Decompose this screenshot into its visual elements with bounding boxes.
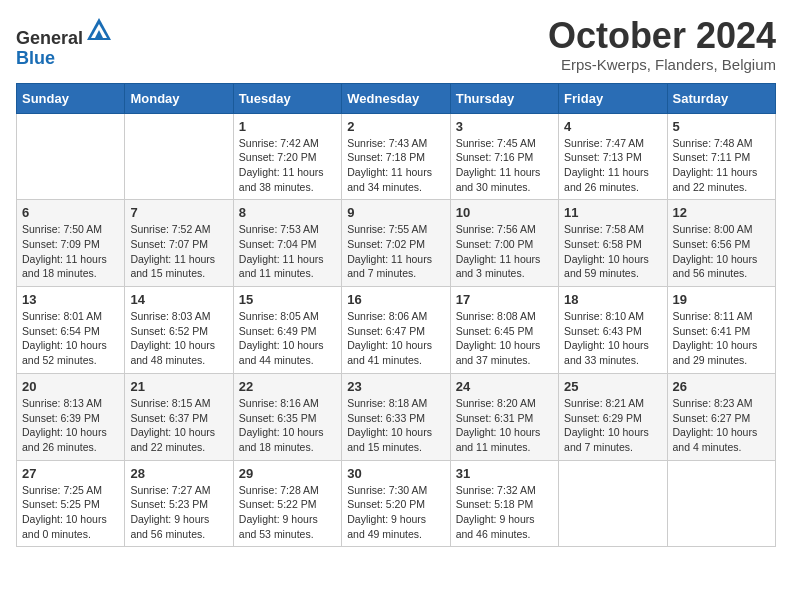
calendar-cell: 10Sunrise: 7:56 AMSunset: 7:00 PMDayligh…: [450, 200, 558, 287]
day-header-friday: Friday: [559, 83, 667, 113]
day-number: 27: [22, 466, 119, 481]
day-number: 4: [564, 119, 661, 134]
day-number: 19: [673, 292, 770, 307]
day-number: 23: [347, 379, 444, 394]
calendar-cell: 30Sunrise: 7:30 AMSunset: 5:20 PMDayligh…: [342, 460, 450, 547]
day-number: 22: [239, 379, 336, 394]
day-number: 11: [564, 205, 661, 220]
calendar-cell: 31Sunrise: 7:32 AMSunset: 5:18 PMDayligh…: [450, 460, 558, 547]
day-info: Sunrise: 7:30 AMSunset: 5:20 PMDaylight:…: [347, 483, 444, 542]
day-number: 15: [239, 292, 336, 307]
logo: General Blue: [16, 16, 113, 69]
day-number: 2: [347, 119, 444, 134]
header-row: SundayMondayTuesdayWednesdayThursdayFrid…: [17, 83, 776, 113]
day-number: 13: [22, 292, 119, 307]
day-info: Sunrise: 8:08 AMSunset: 6:45 PMDaylight:…: [456, 309, 553, 368]
day-number: 28: [130, 466, 227, 481]
calendar-cell: [559, 460, 667, 547]
day-number: 1: [239, 119, 336, 134]
day-info: Sunrise: 7:53 AMSunset: 7:04 PMDaylight:…: [239, 222, 336, 281]
day-info: Sunrise: 8:13 AMSunset: 6:39 PMDaylight:…: [22, 396, 119, 455]
calendar-cell: 19Sunrise: 8:11 AMSunset: 6:41 PMDayligh…: [667, 287, 775, 374]
calendar-cell: 26Sunrise: 8:23 AMSunset: 6:27 PMDayligh…: [667, 373, 775, 460]
day-header-wednesday: Wednesday: [342, 83, 450, 113]
calendar-cell: 4Sunrise: 7:47 AMSunset: 7:13 PMDaylight…: [559, 113, 667, 200]
calendar-cell: 29Sunrise: 7:28 AMSunset: 5:22 PMDayligh…: [233, 460, 341, 547]
day-info: Sunrise: 8:23 AMSunset: 6:27 PMDaylight:…: [673, 396, 770, 455]
week-row-4: 20Sunrise: 8:13 AMSunset: 6:39 PMDayligh…: [17, 373, 776, 460]
day-info: Sunrise: 7:58 AMSunset: 6:58 PMDaylight:…: [564, 222, 661, 281]
day-info: Sunrise: 7:42 AMSunset: 7:20 PMDaylight:…: [239, 136, 336, 195]
day-number: 20: [22, 379, 119, 394]
day-number: 10: [456, 205, 553, 220]
calendar-cell: 2Sunrise: 7:43 AMSunset: 7:18 PMDaylight…: [342, 113, 450, 200]
calendar-cell: 15Sunrise: 8:05 AMSunset: 6:49 PMDayligh…: [233, 287, 341, 374]
day-number: 21: [130, 379, 227, 394]
calendar-cell: 25Sunrise: 8:21 AMSunset: 6:29 PMDayligh…: [559, 373, 667, 460]
day-info: Sunrise: 7:50 AMSunset: 7:09 PMDaylight:…: [22, 222, 119, 281]
calendar-cell: 8Sunrise: 7:53 AMSunset: 7:04 PMDaylight…: [233, 200, 341, 287]
day-number: 29: [239, 466, 336, 481]
day-header-monday: Monday: [125, 83, 233, 113]
calendar-cell: [17, 113, 125, 200]
day-number: 30: [347, 466, 444, 481]
day-number: 9: [347, 205, 444, 220]
day-number: 17: [456, 292, 553, 307]
day-info: Sunrise: 7:52 AMSunset: 7:07 PMDaylight:…: [130, 222, 227, 281]
day-number: 31: [456, 466, 553, 481]
page-header: General Blue October 2024 Erps-Kwerps, F…: [16, 16, 776, 73]
day-header-saturday: Saturday: [667, 83, 775, 113]
title-block: October 2024 Erps-Kwerps, Flanders, Belg…: [548, 16, 776, 73]
day-info: Sunrise: 8:18 AMSunset: 6:33 PMDaylight:…: [347, 396, 444, 455]
week-row-3: 13Sunrise: 8:01 AMSunset: 6:54 PMDayligh…: [17, 287, 776, 374]
logo-general: General: [16, 28, 83, 48]
day-info: Sunrise: 7:56 AMSunset: 7:00 PMDaylight:…: [456, 222, 553, 281]
day-info: Sunrise: 7:55 AMSunset: 7:02 PMDaylight:…: [347, 222, 444, 281]
day-info: Sunrise: 7:32 AMSunset: 5:18 PMDaylight:…: [456, 483, 553, 542]
week-row-1: 1Sunrise: 7:42 AMSunset: 7:20 PMDaylight…: [17, 113, 776, 200]
day-number: 7: [130, 205, 227, 220]
day-number: 3: [456, 119, 553, 134]
calendar-cell: 27Sunrise: 7:25 AMSunset: 5:25 PMDayligh…: [17, 460, 125, 547]
day-info: Sunrise: 8:20 AMSunset: 6:31 PMDaylight:…: [456, 396, 553, 455]
day-info: Sunrise: 8:06 AMSunset: 6:47 PMDaylight:…: [347, 309, 444, 368]
month-title: October 2024: [548, 16, 776, 56]
calendar-cell: 24Sunrise: 8:20 AMSunset: 6:31 PMDayligh…: [450, 373, 558, 460]
day-number: 14: [130, 292, 227, 307]
calendar-cell: 12Sunrise: 8:00 AMSunset: 6:56 PMDayligh…: [667, 200, 775, 287]
calendar-cell: 23Sunrise: 8:18 AMSunset: 6:33 PMDayligh…: [342, 373, 450, 460]
calendar-cell: 22Sunrise: 8:16 AMSunset: 6:35 PMDayligh…: [233, 373, 341, 460]
location-title: Erps-Kwerps, Flanders, Belgium: [548, 56, 776, 73]
logo-icon: [85, 16, 113, 44]
calendar-cell: 7Sunrise: 7:52 AMSunset: 7:07 PMDaylight…: [125, 200, 233, 287]
day-info: Sunrise: 7:48 AMSunset: 7:11 PMDaylight:…: [673, 136, 770, 195]
calendar-cell: 14Sunrise: 8:03 AMSunset: 6:52 PMDayligh…: [125, 287, 233, 374]
day-number: 24: [456, 379, 553, 394]
week-row-2: 6Sunrise: 7:50 AMSunset: 7:09 PMDaylight…: [17, 200, 776, 287]
day-info: Sunrise: 8:16 AMSunset: 6:35 PMDaylight:…: [239, 396, 336, 455]
day-header-thursday: Thursday: [450, 83, 558, 113]
day-info: Sunrise: 8:11 AMSunset: 6:41 PMDaylight:…: [673, 309, 770, 368]
day-info: Sunrise: 7:28 AMSunset: 5:22 PMDaylight:…: [239, 483, 336, 542]
day-header-tuesday: Tuesday: [233, 83, 341, 113]
calendar-cell: 16Sunrise: 8:06 AMSunset: 6:47 PMDayligh…: [342, 287, 450, 374]
day-number: 16: [347, 292, 444, 307]
day-info: Sunrise: 8:01 AMSunset: 6:54 PMDaylight:…: [22, 309, 119, 368]
calendar-cell: 3Sunrise: 7:45 AMSunset: 7:16 PMDaylight…: [450, 113, 558, 200]
day-info: Sunrise: 8:05 AMSunset: 6:49 PMDaylight:…: [239, 309, 336, 368]
calendar-cell: 21Sunrise: 8:15 AMSunset: 6:37 PMDayligh…: [125, 373, 233, 460]
calendar-cell: 18Sunrise: 8:10 AMSunset: 6:43 PMDayligh…: [559, 287, 667, 374]
calendar-cell: 6Sunrise: 7:50 AMSunset: 7:09 PMDaylight…: [17, 200, 125, 287]
week-row-5: 27Sunrise: 7:25 AMSunset: 5:25 PMDayligh…: [17, 460, 776, 547]
calendar-cell: 17Sunrise: 8:08 AMSunset: 6:45 PMDayligh…: [450, 287, 558, 374]
calendar-cell: [667, 460, 775, 547]
day-info: Sunrise: 7:47 AMSunset: 7:13 PMDaylight:…: [564, 136, 661, 195]
day-number: 26: [673, 379, 770, 394]
calendar-cell: 20Sunrise: 8:13 AMSunset: 6:39 PMDayligh…: [17, 373, 125, 460]
calendar-cell: 1Sunrise: 7:42 AMSunset: 7:20 PMDaylight…: [233, 113, 341, 200]
day-info: Sunrise: 7:43 AMSunset: 7:18 PMDaylight:…: [347, 136, 444, 195]
day-info: Sunrise: 7:27 AMSunset: 5:23 PMDaylight:…: [130, 483, 227, 542]
day-header-sunday: Sunday: [17, 83, 125, 113]
calendar-cell: 13Sunrise: 8:01 AMSunset: 6:54 PMDayligh…: [17, 287, 125, 374]
day-info: Sunrise: 8:03 AMSunset: 6:52 PMDaylight:…: [130, 309, 227, 368]
